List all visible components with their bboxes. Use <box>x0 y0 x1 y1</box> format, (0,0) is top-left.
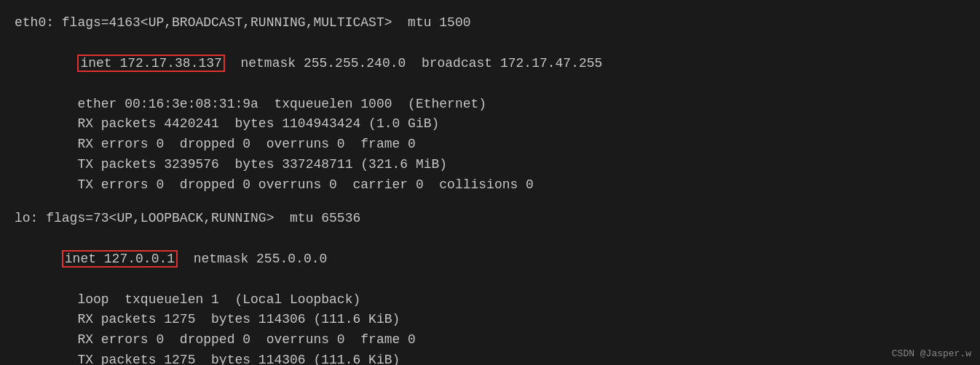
eth0-ether-line: ether 00:16:3e:08:31:9a txqueuelen 1000 … <box>15 95 965 115</box>
watermark: CSDN @Jasper.w <box>892 348 971 359</box>
eth0-header-line: eth0: flags=4163<UP,BROADCAST,RUNNING,MU… <box>15 13 965 33</box>
eth0-tx-packets-line: TX packets 3239576 bytes 337248711 (321.… <box>15 155 965 175</box>
lo-tx-packets-line: TX packets 1275 bytes 114306 (111.6 KiB) <box>15 350 965 365</box>
lo-loop-line: loop txqueuelen 1 (Local Loopback) <box>15 290 965 310</box>
eth0-inet-highlight: inet 172.17.38.137 <box>77 55 224 72</box>
section-gap <box>15 196 965 209</box>
lo-header-line: lo: flags=73<UP,LOOPBACK,RUNNING> mtu 65… <box>15 209 965 229</box>
eth0-inet-line: inet 172.17.38.137 netmask 255.255.240.0… <box>15 33 965 95</box>
eth0-inet-suffix: netmask 255.255.240.0 broadcast 172.17.4… <box>225 56 602 71</box>
lo-inet-suffix: netmask 255.0.0.0 <box>178 252 327 266</box>
lo-inet-highlight: inet 127.0.0.1 <box>62 250 178 268</box>
eth0-rx-packets-line: RX packets 4420241 bytes 1104943424 (1.0… <box>15 114 965 135</box>
eth0-rx-errors-line: RX errors 0 dropped 0 overruns 0 frame 0 <box>15 135 965 155</box>
lo-rx-errors-line: RX errors 0 dropped 0 overruns 0 frame 0 <box>15 330 965 350</box>
terminal-window: eth0: flags=4163<UP,BROADCAST,RUNNING,MU… <box>0 0 980 365</box>
eth0-tx-errors-line: TX errors 0 dropped 0 overruns 0 carrier… <box>15 175 965 196</box>
lo-inet-line: inet 127.0.0.1 netmask 255.0.0.0 <box>15 229 965 290</box>
lo-rx-packets-line: RX packets 1275 bytes 114306 (111.6 KiB) <box>15 310 965 330</box>
